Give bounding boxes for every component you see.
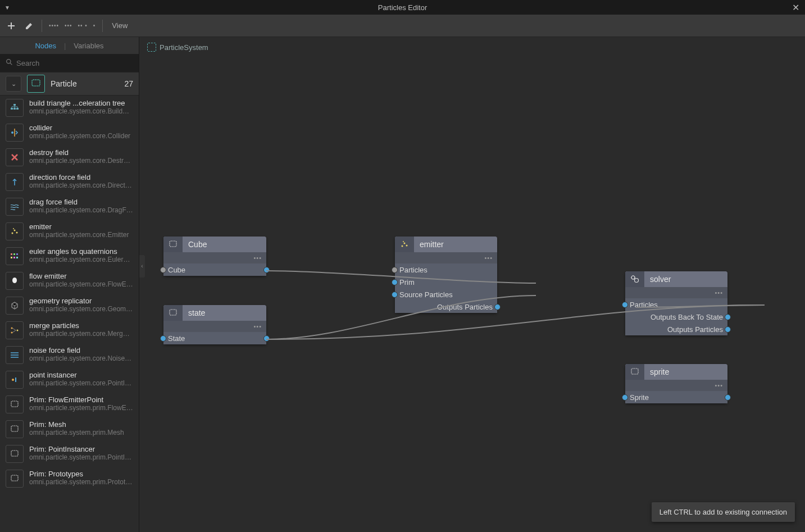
list-item[interactable]: Prim: FlowEmitterPointomni.particle.syst… <box>0 392 139 417</box>
tab-nodes[interactable]: Nodes <box>35 42 56 50</box>
view-menu[interactable]: View <box>112 21 128 30</box>
port-emitter-out[interactable] <box>494 304 501 310</box>
node-menu-icon[interactable]: ••• <box>484 254 493 261</box>
port-cube-in[interactable] <box>160 267 166 273</box>
svg-rect-18 <box>13 257 15 258</box>
node-state[interactable]: state ••• State <box>163 305 266 344</box>
noise-icon <box>6 346 24 364</box>
flow-icon <box>6 272 24 290</box>
port-solver-back[interactable] <box>725 314 731 320</box>
list-item[interactable]: Prim: PointInstanceromni.particle.system… <box>0 442 139 466</box>
svg-rect-28 <box>11 475 18 481</box>
toolbar-dots-4[interactable]: •••• <box>49 22 59 29</box>
direction-icon <box>6 173 24 191</box>
node-sprite-title: sprite <box>644 367 669 376</box>
add-icon[interactable] <box>6 20 17 31</box>
search-input[interactable] <box>16 59 133 67</box>
toolbar-dots-1[interactable]: • <box>93 22 96 29</box>
node-menu-icon[interactable]: ••• <box>253 254 262 261</box>
tab-variables[interactable]: Variables <box>74 42 103 50</box>
port-emitter-particles-label: Particles <box>399 266 427 274</box>
list-item-name: geometry replicator <box>29 297 133 305</box>
canvas[interactable]: ParticleSystem <box>139 37 805 532</box>
svg-point-35 <box>631 276 635 279</box>
port-sprite-in[interactable] <box>622 394 628 401</box>
chevron-down-icon[interactable]: ⌄ <box>6 76 21 92</box>
node-sprite[interactable]: sprite ••• Sprite <box>625 364 727 403</box>
titlebar: ▼ Particles Editor ✕ <box>0 0 805 15</box>
node-menu-icon[interactable]: ••• <box>715 382 723 389</box>
list-item-path: omni.particle.system.core.EulerAnglesToQ… <box>29 256 133 263</box>
port-emitter-prim-label: Prim <box>399 278 415 287</box>
list-item[interactable]: noise force fieldomni.particle.system.co… <box>0 343 139 367</box>
node-list[interactable]: build triangle ...celeration treeomni.pa… <box>0 96 139 532</box>
svg-point-11 <box>14 230 16 231</box>
list-item[interactable]: Prim: Meshomni.particle.system.prim.Mesh <box>0 417 139 442</box>
toolbar-dots-2[interactable]: •• • <box>78 22 88 29</box>
port-emitter-prim[interactable] <box>392 279 398 285</box>
svg-rect-16 <box>16 253 18 255</box>
list-item[interactable]: emitteromni.particle.system.core.Emitter <box>0 219 139 244</box>
list-item[interactable]: collideromni.particle.system.core.Collid… <box>0 120 139 145</box>
point-icon <box>6 371 24 389</box>
category-header[interactable]: ⌄ Particle 27 <box>0 72 139 96</box>
prim-icon <box>6 420 24 438</box>
collapse-handle[interactable]: ‹ <box>139 255 145 278</box>
list-item[interactable]: geometry replicatoromni.particle.system.… <box>0 293 139 318</box>
node-state-icon <box>163 305 183 321</box>
svg-point-32 <box>404 243 406 244</box>
breadcrumb[interactable]: ParticleSystem <box>147 43 208 52</box>
close-icon[interactable]: ✕ <box>792 2 799 13</box>
svg-point-34 <box>403 241 404 242</box>
list-item[interactable]: merge particlesomni.particle.system.core… <box>0 318 139 343</box>
svg-point-33 <box>406 245 408 247</box>
list-item[interactable]: Prim: Prototypesomni.particle.system.pri… <box>0 466 139 491</box>
node-menu-icon[interactable]: ••• <box>253 323 262 330</box>
list-item[interactable]: point instanceromni.particle.system.core… <box>0 367 139 392</box>
list-item[interactable]: euler angles to quaternionsomni.particle… <box>0 244 139 269</box>
list-item[interactable]: direction force fieldomni.particle.syste… <box>0 170 139 194</box>
list-item[interactable]: flow emitteromni.particle.system.core.Fl… <box>0 269 139 293</box>
port-cube-out[interactable] <box>263 267 270 273</box>
list-item[interactable]: build triangle ...celeration treeomni.pa… <box>0 96 139 120</box>
list-item-path: omni.particle.system.core.MergeParticles <box>29 330 133 338</box>
svg-rect-17 <box>11 257 12 258</box>
sidebar-tabs: Nodes | Variables <box>0 37 139 54</box>
list-item-name: euler angles to quaternions <box>29 247 133 256</box>
port-state-in[interactable] <box>160 335 166 342</box>
svg-rect-3 <box>13 104 16 106</box>
list-item-name: Prim: PointInstancer <box>29 445 133 453</box>
port-state-in-label: State <box>168 334 185 343</box>
port-state-out[interactable] <box>263 335 270 342</box>
destroy-icon <box>6 148 24 166</box>
port-sprite-out[interactable] <box>725 394 731 401</box>
tab-divider: | <box>64 42 66 50</box>
port-emitter-particles[interactable] <box>392 267 398 273</box>
list-item[interactable]: drag force fieldomni.particle.system.cor… <box>0 194 139 219</box>
list-item[interactable]: destroy fieldomni.particle.system.core.D… <box>0 145 139 170</box>
collapse-arrow-icon[interactable]: ▼ <box>4 4 10 11</box>
port-emitter-source[interactable] <box>392 292 398 298</box>
node-menu-icon[interactable]: ••• <box>715 289 723 296</box>
node-emitter[interactable]: emitter ••• Particles Prim <box>395 237 497 313</box>
list-item-name: Prim: Prototypes <box>29 470 133 478</box>
svg-rect-24 <box>15 378 16 382</box>
edit-icon[interactable] <box>24 20 35 31</box>
merge-icon <box>6 321 24 339</box>
prim-icon <box>6 445 24 463</box>
svg-point-23 <box>12 379 14 381</box>
list-item-name: Prim: FlowEmitterPoint <box>29 395 133 404</box>
port-solver-particles[interactable] <box>622 302 628 308</box>
svg-point-13 <box>13 228 14 229</box>
node-solver-icon <box>625 271 644 287</box>
svg-point-10 <box>12 233 13 234</box>
category-particle-icon <box>27 75 45 93</box>
port-solver-out[interactable] <box>725 326 731 333</box>
svg-rect-37 <box>631 369 638 374</box>
node-cube[interactable]: Cube ••• Cube <box>163 237 266 276</box>
sidebar: Nodes | Variables ⌄ Particle 27 build tr… <box>0 37 139 532</box>
node-solver[interactable]: solver ••• Particles Outputs Back To Sta… <box>625 271 727 335</box>
toolbar-dots-3[interactable]: ••• <box>65 22 72 29</box>
euler-icon <box>6 247 24 265</box>
svg-line-1 <box>10 63 12 65</box>
